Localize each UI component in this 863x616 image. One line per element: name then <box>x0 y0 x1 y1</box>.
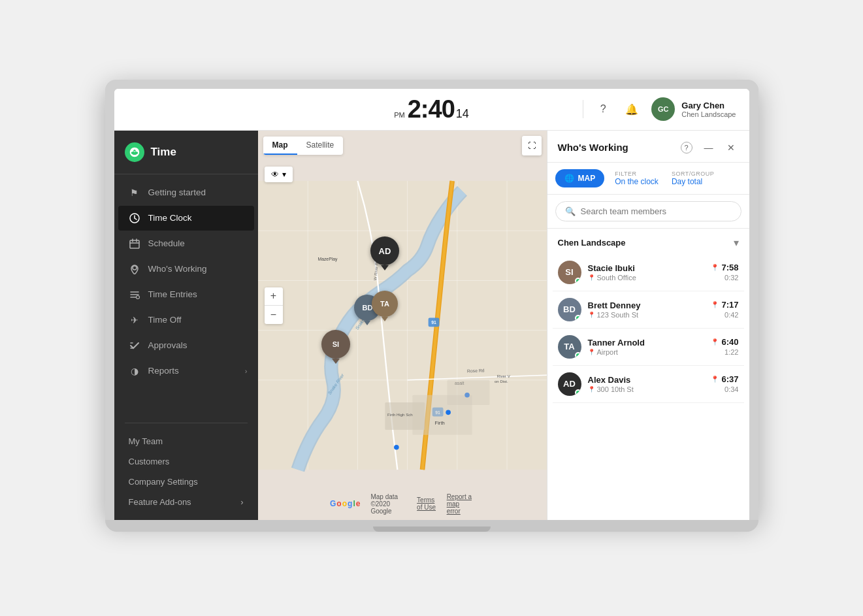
sort-value[interactable]: Day total <box>672 177 714 186</box>
google-logo: Google <box>330 499 360 508</box>
company-settings-label: Company Settings <box>129 477 198 487</box>
team-member-tanner[interactable]: TA Tanner Arnold 📍 Airport <box>553 329 744 366</box>
nav-label-approvals: Approvals <box>148 340 187 350</box>
sidebar-item-time-off[interactable]: ✈ Time Off <box>118 308 254 332</box>
minimize-icon: — <box>704 142 713 153</box>
sidebar-item-feature-addons[interactable]: Feature Add-ons › <box>114 492 258 512</box>
brett-time: 7:17 <box>721 300 738 310</box>
whos-working-minimize[interactable]: — <box>701 140 717 155</box>
sidebar-item-time-clock[interactable]: Time Clock <box>118 206 254 231</box>
user-details: Gary Chen Chen Landscape <box>681 101 736 118</box>
stacie-duration: 0:32 <box>725 274 738 282</box>
zoom-out-button[interactable]: − <box>265 306 283 324</box>
reports-chevron: › <box>245 367 248 375</box>
svg-text:Firth High Sch: Firth High Sch <box>387 412 413 416</box>
filter-section: FILTER On the clock <box>615 170 659 186</box>
globe-icon: 🌐 <box>564 174 574 183</box>
whos-working-title: Who's Working <box>558 142 628 153</box>
svg-rect-1 <box>130 240 139 248</box>
clock-small-icon: 📍 <box>711 264 719 271</box>
svg-rect-33 <box>447 380 489 404</box>
team-member-stacie[interactable]: SI Stacie Ibuki 📍 South Office <box>553 254 744 291</box>
sidebar-item-approvals[interactable]: Approvals <box>118 333 254 358</box>
sidebar-nav: ⚑ Getting started Time C <box>114 174 258 417</box>
nav-label-time-off: Time Off <box>148 315 182 325</box>
search-icon: 🔍 <box>565 206 576 216</box>
notifications-button[interactable]: 🔔 <box>623 100 641 118</box>
help-icon: ? <box>600 103 606 115</box>
app-name: Time <box>151 146 176 159</box>
map-pin-ad[interactable]: AD <box>370 236 399 270</box>
alex-duration: 0:34 <box>725 385 738 393</box>
fullscreen-button[interactable]: ⛶ <box>522 136 542 155</box>
map-pin-tanner[interactable]: TA <box>372 291 398 321</box>
stacie-name: Stacie Ibuki <box>588 263 711 273</box>
whos-working-help[interactable]: ? <box>679 140 694 155</box>
map-mode-label: MAP <box>578 174 596 183</box>
eye-dropdown-icon: ▾ <box>282 170 286 179</box>
sidebar-item-time-entries[interactable]: Time Entries <box>118 282 254 307</box>
sidebar-secondary: My Team Customers Company Settings Featu… <box>114 429 258 520</box>
stacie-location: 📍 South Office <box>588 274 711 282</box>
svg-text:River V: River V <box>497 374 510 378</box>
map-background[interactable]: 91 91 Rose Rd Snake River Snake River <box>258 131 547 520</box>
brett-name: Brett Denney <box>588 300 711 310</box>
sidebar-item-reports[interactable]: ◑ Reports › <box>118 359 254 383</box>
help-circle-icon: ? <box>681 142 692 154</box>
report-link[interactable]: Report a map error <box>447 493 474 515</box>
user-name: Gary Chen <box>681 101 736 110</box>
divider <box>583 100 583 118</box>
sidebar-item-my-team[interactable]: My Team <box>114 431 258 451</box>
sidebar-item-whos-working[interactable]: Who's Working <box>118 257 254 282</box>
sidebar-item-customers[interactable]: Customers <box>114 451 258 472</box>
clock-small-icon2: 📍 <box>711 301 719 308</box>
main-content: Time ⚑ Getting started <box>114 131 749 520</box>
collapse-icon[interactable]: ▾ <box>734 236 739 249</box>
map-pin-stacie[interactable]: SI <box>321 330 350 364</box>
svg-text:on Dist.: on Dist. <box>494 378 508 383</box>
team-member-alex[interactable]: AD Alex Davis 📍 300 10th St <box>553 366 744 403</box>
alex-avatar: AD <box>558 372 581 396</box>
clock-small-icon4: 📍 <box>711 376 719 383</box>
terms-link[interactable]: Terms of Use <box>417 496 436 511</box>
sidebar-item-schedule[interactable]: Schedule <box>118 231 254 256</box>
brett-status <box>575 315 581 321</box>
zoom-in-button[interactable]: + <box>265 287 283 306</box>
alex-name: Alex Davis <box>588 375 711 385</box>
check-icon <box>129 340 140 351</box>
map-attribution: Google Map data ©2020 Google Terms of Us… <box>330 493 474 515</box>
plane-icon: ✈ <box>129 314 140 326</box>
logo-icon <box>125 142 144 162</box>
tanner-duration: 1:22 <box>725 348 738 356</box>
search-input[interactable] <box>581 206 732 216</box>
nav-label-time-entries: Time Entries <box>148 289 197 299</box>
svg-point-27 <box>394 444 399 449</box>
brett-info: Brett Denney 📍 123 South St <box>588 300 711 319</box>
clock-small-icon3: 📍 <box>711 338 719 346</box>
search-wrapper[interactable]: 🔍 <box>555 201 741 221</box>
map-tab-satellite[interactable]: Satellite <box>297 137 344 155</box>
location-pin-icon3: 📍 <box>588 349 595 355</box>
whos-working-close[interactable]: ✕ <box>723 140 739 155</box>
stacie-avatar: SI <box>558 261 581 284</box>
map-layer-button[interactable]: 👁 ▾ <box>265 167 293 182</box>
stacie-info: Stacie Ibuki 📍 South Office <box>588 263 711 282</box>
sidebar-item-getting-started[interactable]: ⚑ Getting started <box>118 180 254 205</box>
nav-label: Getting started <box>148 187 206 197</box>
map-tab-map[interactable]: Map <box>263 137 297 155</box>
help-button[interactable]: ? <box>594 100 612 118</box>
brett-duration: 0:42 <box>725 311 738 319</box>
user-menu[interactable]: GC Gary Chen Chen Landscape <box>651 97 736 121</box>
tanner-avatar: TA <box>558 335 581 359</box>
map-mode-button[interactable]: 🌐 MAP <box>555 169 605 187</box>
clock-display: PM 2:40 14 <box>394 95 469 123</box>
map-panel: 91 91 Rose Rd Snake River Snake River <box>258 131 547 520</box>
nav-label-whos-working: Who's Working <box>148 264 207 274</box>
top-bar: PM 2:40 14 ? 🔔 GC <box>114 89 749 131</box>
stacie-time-info: 📍 7:58 0:32 <box>711 263 738 282</box>
whos-working-search-area: 🔍 <box>547 195 749 229</box>
sidebar-item-company-settings[interactable]: Company Settings <box>114 472 258 492</box>
top-bar-right: ? 🔔 GC Gary Chen Chen Landscape <box>583 97 736 121</box>
team-member-brett[interactable]: BD Brett Denney 📍 123 South St <box>553 291 744 329</box>
filter-value[interactable]: On the clock <box>615 177 659 186</box>
